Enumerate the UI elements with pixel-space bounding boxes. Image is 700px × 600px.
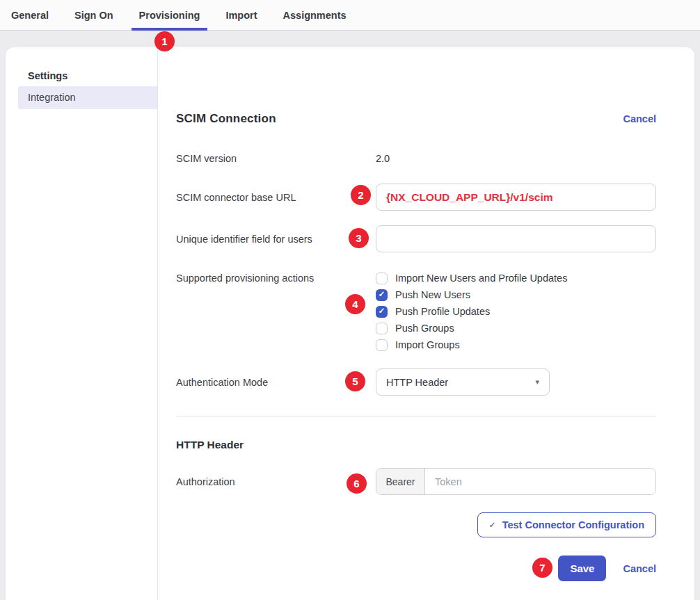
token-input[interactable] bbox=[425, 469, 655, 494]
unique-identifier-label: Unique identifier field for users bbox=[176, 234, 376, 245]
annotation-badge-5: 5 bbox=[345, 371, 365, 391]
page-title: SCIM Connection bbox=[176, 112, 276, 126]
cancel-link-bottom[interactable]: Cancel bbox=[623, 563, 656, 574]
auth-mode-selected-value: HTTP Header bbox=[386, 377, 448, 388]
form-header: SCIM Connection Cancel bbox=[176, 111, 656, 127]
tab-general[interactable]: General bbox=[3, 0, 56, 30]
cancel-link-top[interactable]: Cancel bbox=[623, 113, 656, 124]
settings-sidebar: Settings Integration bbox=[6, 47, 158, 600]
checkbox-option-label: Import Groups bbox=[395, 339, 460, 350]
unique-identifier-input[interactable] bbox=[376, 225, 656, 252]
sidebar-header-settings: Settings bbox=[28, 70, 157, 81]
annotation-badge-7: 7 bbox=[532, 558, 552, 578]
http-header-section-heading: HTTP Header bbox=[176, 439, 656, 451]
sidebar-item-label: Integration bbox=[28, 92, 76, 103]
provisioning-action-option[interactable]: Import New Users and Profile Updates bbox=[376, 270, 656, 286]
checkbox-option-label: Push Profile Updates bbox=[395, 306, 490, 317]
tab-assignments[interactable]: Assignments bbox=[276, 0, 354, 30]
tab-sign-on[interactable]: Sign On bbox=[67, 0, 121, 30]
base-url-row: SCIM connector base URL bbox=[176, 184, 656, 211]
checkbox-option-label: Push Groups bbox=[395, 323, 454, 334]
tab-provisioning[interactable]: Provisioning bbox=[132, 0, 208, 30]
authorization-input-group: Bearer bbox=[376, 468, 656, 495]
authorization-label: Authorization bbox=[176, 476, 376, 487]
checkbox-unchecked-icon[interactable] bbox=[376, 273, 388, 284]
provisioning-action-option[interactable]: ✓Push Profile Updates bbox=[376, 303, 656, 320]
auth-mode-row: Authentication Mode HTTP Header ▾ bbox=[176, 368, 656, 396]
scim-version-label: SCIM version bbox=[176, 153, 376, 164]
provisioning-card: Settings Integration SCIM Connection Can… bbox=[6, 47, 694, 600]
authentication-mode-select[interactable]: HTTP Header ▾ bbox=[376, 368, 550, 396]
annotation-badge-4: 4 bbox=[345, 294, 365, 314]
annotation-badge-2: 2 bbox=[351, 185, 371, 205]
annotation-badge-6: 6 bbox=[347, 473, 367, 494]
sidebar-item-integration[interactable]: Integration bbox=[18, 86, 157, 109]
tab-bar: GeneralSign OnProvisioningImportAssignme… bbox=[0, 0, 700, 31]
scim-version-row: SCIM version 2.0 bbox=[176, 152, 656, 165]
bearer-prefix: Bearer bbox=[376, 469, 425, 494]
tab-import[interactable]: Import bbox=[218, 0, 264, 30]
provisioning-action-option[interactable]: Push Groups bbox=[376, 320, 656, 337]
annotation-badge-1: 1 bbox=[154, 31, 175, 51]
test-connector-configuration-button[interactable]: ✓ Test Connector Configuration bbox=[477, 512, 656, 537]
test-connector-row: ✓ Test Connector Configuration bbox=[176, 512, 656, 537]
unique-identifier-row: Unique identifier field for users bbox=[176, 225, 656, 252]
form-footer: Save Cancel bbox=[176, 556, 656, 581]
scim-connection-form: SCIM Connection Cancel SCIM version 2.0 … bbox=[158, 47, 694, 600]
checkbox-unchecked-icon[interactable] bbox=[376, 339, 388, 351]
annotation-badge-3: 3 bbox=[349, 228, 369, 248]
section-divider bbox=[176, 416, 656, 416]
base-url-input[interactable] bbox=[376, 184, 656, 211]
save-button[interactable]: Save bbox=[558, 556, 606, 581]
scim-version-value: 2.0 bbox=[376, 153, 656, 164]
provisioning-actions-group: Import New Users and Profile Updates✓Pus… bbox=[376, 270, 656, 353]
check-icon: ✓ bbox=[489, 520, 496, 530]
chevron-down-icon: ▾ bbox=[535, 378, 539, 387]
checkbox-option-label: Import New Users and Profile Updates bbox=[395, 273, 567, 284]
provisioning-action-option[interactable]: Import Groups bbox=[376, 337, 656, 353]
checkbox-unchecked-icon[interactable] bbox=[376, 323, 388, 334]
checkbox-option-label: Push New Users bbox=[395, 289, 470, 300]
authorization-row: Authorization Bearer bbox=[176, 468, 656, 495]
checkbox-checked-icon[interactable]: ✓ bbox=[376, 306, 388, 318]
base-url-label: SCIM connector base URL bbox=[176, 192, 376, 203]
checkbox-checked-icon[interactable]: ✓ bbox=[376, 289, 388, 301]
provisioning-action-option[interactable]: ✓Push New Users bbox=[376, 286, 656, 303]
test-connector-label: Test Connector Configuration bbox=[502, 519, 644, 530]
provisioning-actions-label: Supported provisioning actions bbox=[176, 270, 376, 286]
provisioning-actions-row: Supported provisioning actions Import Ne… bbox=[176, 270, 656, 353]
